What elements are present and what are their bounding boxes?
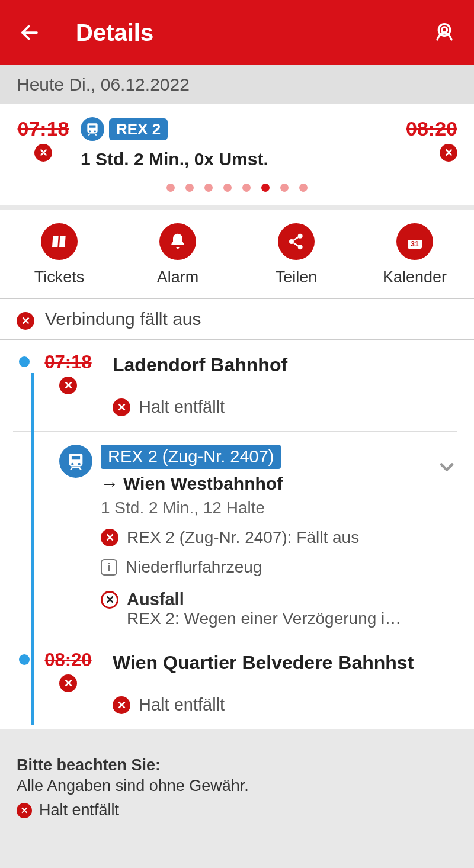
- segment-chip: REX 2 (Zug-Nr. 2407): [101, 445, 281, 469]
- cancel-icon: ✕: [59, 377, 77, 394]
- cancel-icon: ✕: [113, 696, 130, 714]
- tickets-button[interactable]: Tickets: [0, 210, 118, 298]
- cancellation-banner: ✕ Verbindung fällt aus: [0, 299, 474, 340]
- journey-timeline: 07:18 ✕ Ladendorf Bahnhof ✕ Halt entfäll…: [0, 340, 474, 729]
- page-dot[interactable]: [280, 184, 289, 192]
- share-label: Teilen: [276, 268, 318, 287]
- footer-title: Bitte beachten Sie:: [17, 756, 457, 774]
- back-button[interactable]: [17, 20, 43, 46]
- segment-cancel-msg: REX 2 (Zug-Nr. 2407): Fällt aus: [127, 528, 359, 547]
- page-dot[interactable]: [223, 184, 232, 192]
- date-bar: Heute Di., 06.12.2022: [0, 65, 474, 104]
- share-button[interactable]: Teilen: [237, 210, 356, 298]
- svg-point-3: [298, 234, 303, 239]
- footer-line1: Alle Angaben sind ohne Gewähr.: [17, 777, 457, 795]
- alarm-button[interactable]: Alarm: [118, 210, 237, 298]
- segment-meta: 1 Std. 2 Min., 12 Halte: [101, 499, 436, 517]
- tickets-label: Tickets: [34, 268, 85, 287]
- page-dot[interactable]: [261, 184, 270, 192]
- footer-line2: Halt entfällt: [39, 801, 119, 819]
- train-icon: [81, 117, 104, 141]
- page-dot[interactable]: [185, 184, 194, 192]
- footer-notice: Bitte beachten Sie: Alle Angaben sind oh…: [0, 729, 474, 834]
- info-icon: i: [101, 559, 117, 576]
- halt-status: Halt entfällt: [139, 695, 225, 715]
- timeline-dot-icon: [19, 654, 30, 665]
- timeline-line: [31, 373, 34, 725]
- cancel-icon: ✕: [101, 529, 118, 546]
- line-chip: REX 2: [109, 118, 168, 140]
- page-title: Details: [76, 20, 431, 46]
- svg-point-2: [438, 24, 450, 36]
- map-pin-icon[interactable]: [431, 20, 457, 46]
- departure-time: 07:18: [18, 117, 69, 140]
- station-name: Ladendorf Bahnhof: [113, 354, 457, 376]
- arrival-time: 08:20: [406, 117, 457, 140]
- bell-icon: [159, 223, 196, 260]
- station-name: Wien Quartier Belvedere Bahnhst: [113, 652, 457, 674]
- timeline-dot-icon: [19, 356, 30, 367]
- outage-icon: ✕: [101, 591, 118, 609]
- arrow-right-icon: →: [101, 474, 118, 494]
- ausfall-msg: REX 2: Wegen einer Verzögerung i…: [127, 609, 436, 628]
- banner-text: Verbindung fällt aus: [45, 309, 201, 329]
- duration-text: 1 Std. 2 Min., 0x Umst.: [81, 149, 404, 169]
- page-indicator[interactable]: [17, 184, 457, 194]
- arrival-time-col: 08:20 ✕: [404, 117, 457, 162]
- journey-segment[interactable]: REX 2 (Zug-Nr. 2407) → Wien Westbahnhof …: [13, 445, 457, 628]
- departure-time-col: 07:18 ✕: [17, 117, 70, 162]
- svg-point-5: [298, 245, 303, 249]
- train-icon: [59, 445, 92, 478]
- alarm-label: Alarm: [157, 268, 199, 287]
- cancel-icon: ✕: [440, 144, 457, 162]
- calendar-button[interactable]: 31 Kalender: [356, 210, 474, 298]
- cancel-icon: ✕: [59, 674, 77, 692]
- app-header: Details: [0, 0, 474, 65]
- share-icon: [278, 223, 315, 260]
- tickets-icon: [41, 223, 78, 260]
- calendar-icon: 31: [396, 223, 433, 260]
- halt-status: Halt entfällt: [139, 397, 225, 417]
- page-dot[interactable]: [204, 184, 213, 192]
- ausfall-title: Ausfall: [127, 590, 184, 609]
- segment-destination: Wien Westbahnhof: [123, 474, 283, 494]
- page-dot[interactable]: [166, 184, 175, 192]
- divider: [13, 431, 457, 432]
- page-dot[interactable]: [299, 184, 308, 192]
- segment-info-msg: Niederflurfahrzeug: [126, 558, 262, 577]
- cancel-icon: ✕: [17, 803, 32, 818]
- action-row: Tickets Alarm Teilen 31 Kalender: [0, 210, 474, 299]
- svg-text:31: 31: [411, 240, 419, 248]
- cancel-icon: ✕: [34, 144, 52, 162]
- stop-start: 07:18 ✕ Ladendorf Bahnhof ✕ Halt entfäll…: [13, 352, 457, 417]
- svg-point-4: [289, 239, 294, 244]
- calendar-label: Kalender: [383, 268, 447, 287]
- cancel-icon: ✕: [17, 312, 34, 330]
- page-dot[interactable]: [242, 184, 251, 192]
- stop-end: 08:20 ✕ Wien Quartier Belvedere Bahnhst …: [13, 650, 457, 715]
- trip-summary[interactable]: 07:18 ✕ REX 2 1 Std. 2 Min., 0x Umst. 08…: [0, 104, 474, 205]
- stop-time: 08:20: [44, 650, 91, 671]
- stop-time: 07:18: [44, 352, 91, 373]
- cancel-icon: ✕: [113, 398, 130, 416]
- chevron-down-icon[interactable]: [436, 445, 457, 480]
